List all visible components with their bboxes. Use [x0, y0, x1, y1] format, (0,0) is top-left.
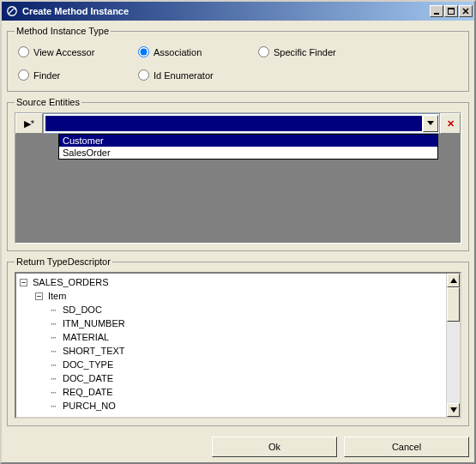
tree-node-label: DOC_DATE: [61, 373, 113, 383]
ok-button[interactable]: Ok: [212, 437, 337, 457]
tree-toggle-icon[interactable]: −: [35, 292, 43, 300]
dropdown-item[interactable]: SalesOrder: [59, 147, 437, 159]
tree-node[interactable]: ⋯DOC_TYPE: [20, 358, 443, 371]
tree-branch-icon: ⋯: [51, 304, 61, 316]
method-instance-type-group: Method Instance Type View Accessor Assoc…: [7, 26, 469, 92]
titlebar[interactable]: Create Method Instance: [2, 2, 474, 21]
scrollbar[interactable]: [446, 274, 460, 417]
tree-node-label: DOC_TYPE: [61, 359, 113, 370]
tree-branch-icon: ⋯: [51, 332, 61, 343]
tree-node-label: SD_DOC: [61, 304, 102, 315]
tree-node[interactable]: ⋯PURCH_NO: [20, 399, 443, 413]
tree-branch-icon: ⋯: [51, 373, 61, 384]
radio-specific-finder[interactable]: Specific Finder: [258, 46, 395, 57]
radio-label: Association: [154, 47, 202, 57]
tree-branch-icon: ⋯: [51, 318, 61, 329]
source-entities-legend: Source Entities: [15, 97, 81, 107]
radio-view-accessor[interactable]: View Accessor: [18, 46, 138, 57]
chevron-down-icon[interactable]: [423, 115, 438, 132]
tree-node[interactable]: ⋯SD_DOC: [20, 303, 443, 316]
tree-node-label: MATERIAL: [61, 332, 109, 342]
tree-node-label: Item: [46, 291, 66, 301]
dialog-window: Create Method Instance Method Instance T…: [0, 0, 476, 464]
tree-branch-icon: ⋯: [51, 359, 61, 371]
source-entities-grid: ▶* ✕ Customer SalesOrder: [15, 112, 461, 244]
radio-label: Finder: [33, 70, 60, 81]
method-instance-type-legend: Method Instance Type: [15, 26, 111, 36]
tree-node[interactable]: −Item: [20, 289, 443, 303]
maximize-button[interactable]: [444, 5, 458, 17]
entity-dropdown-list[interactable]: Customer SalesOrder: [58, 134, 438, 160]
source-entities-group: Source Entities ▶* ✕ Customer SalesOrder: [7, 97, 469, 251]
radio-label: Specific Finder: [274, 47, 336, 57]
tree-toggle-icon[interactable]: −: [20, 279, 27, 286]
dropdown-item[interactable]: Customer: [59, 135, 437, 147]
tree-node[interactable]: ⋯SHORT_TEXT: [20, 344, 443, 358]
scroll-thumb[interactable]: [447, 287, 460, 322]
tree-branch-icon: ⋯: [51, 346, 61, 357]
scroll-down-button[interactable]: [447, 403, 460, 417]
entity-combobox[interactable]: [43, 113, 440, 134]
radio-id-enumerator[interactable]: Id Enumerator: [138, 69, 258, 81]
tree-node[interactable]: ⋯DOC_DATE: [20, 371, 443, 385]
svg-rect-1: [434, 13, 439, 15]
radio-label: View Accessor: [33, 47, 94, 57]
tree-node-label: PURCH_NO: [61, 401, 116, 411]
cancel-button[interactable]: Cancel: [344, 437, 469, 457]
tree-branch-icon: ⋯: [51, 401, 61, 412]
minimize-button[interactable]: [430, 5, 443, 17]
button-row: Ok Cancel: [7, 431, 469, 457]
tree-view[interactable]: −SALES_ORDERS−Item⋯SD_DOC⋯ITM_NUMBER⋯MAT…: [15, 272, 461, 419]
app-icon: [5, 4, 19, 18]
tree-branch-icon: ⋯: [51, 387, 61, 398]
close-button[interactable]: [459, 5, 473, 17]
return-typedescriptor-legend: Return TypeDescriptor: [15, 256, 112, 267]
scroll-track[interactable]: [447, 322, 460, 403]
window-title: Create Method Instance: [22, 6, 430, 16]
radio-label: Id Enumerator: [154, 70, 214, 81]
svg-rect-3: [448, 8, 455, 9]
return-typedescriptor-group: Return TypeDescriptor −SALES_ORDERS−Item…: [7, 256, 469, 426]
radio-finder[interactable]: Finder: [18, 69, 138, 81]
client-area: Method Instance Type View Accessor Assoc…: [2, 21, 474, 462]
row-marker[interactable]: ▶*: [15, 113, 43, 134]
scroll-up-button[interactable]: [447, 274, 460, 287]
tree-node[interactable]: ⋯ITM_NUMBER: [20, 316, 443, 330]
tree-node-label: SALES_ORDERS: [31, 277, 109, 287]
tree-node-label: SHORT_TEXT: [61, 346, 125, 356]
tree-node[interactable]: −SALES_ORDERS: [20, 275, 443, 289]
delete-row-button[interactable]: ✕: [440, 113, 461, 134]
tree-node[interactable]: ⋯MATERIAL: [20, 330, 443, 344]
tree-node[interactable]: ⋯REQ_DATE: [20, 385, 443, 399]
radio-association[interactable]: Association: [138, 46, 258, 57]
tree-node-label: REQ_DATE: [61, 387, 112, 397]
combo-selection: [45, 116, 422, 131]
tree-node-label: ITM_NUMBER: [61, 318, 125, 328]
